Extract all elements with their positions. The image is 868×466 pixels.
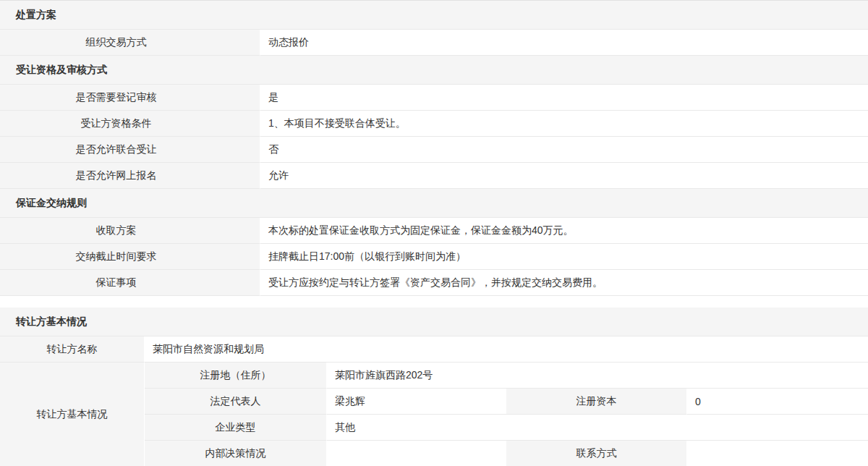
field-value-legal-representative: 梁兆辉 bbox=[327, 389, 506, 415]
field-value-joint-transfer: 否 bbox=[260, 137, 868, 163]
field-label-registration-review: 是否需要登记审核 bbox=[0, 85, 260, 111]
field-label-joint-transfer: 是否允许联合受让 bbox=[0, 137, 260, 163]
field-value-registration-review: 是 bbox=[260, 85, 868, 111]
section-header-deposit-rules: 保证金交纳规则 bbox=[0, 189, 868, 218]
field-value-enterprise-type: 其他 bbox=[327, 415, 868, 441]
section-title: 处置方案 bbox=[16, 9, 56, 22]
table-row: 组织交易方式 动态报价 bbox=[0, 30, 868, 56]
table-row: 是否需要登记审核 是 bbox=[0, 85, 868, 111]
disposal-info-table: 处置方案 组织交易方式 动态报价 受让资格及审核方式 是否需要登记审核 是 受让… bbox=[0, 0, 868, 296]
table-row: 受让方资格条件 1、本项目不接受联合体受让。 bbox=[0, 111, 868, 137]
field-value-collection-plan: 本次标的处置保证金收取方式为固定保证金，保证金金额为40万元。 bbox=[260, 218, 868, 244]
field-value-registered-capital: 0 bbox=[687, 389, 868, 415]
section-title: 保证金交纳规则 bbox=[16, 197, 87, 210]
field-label-transferor-basic-group: 转让方基本情况 bbox=[0, 363, 145, 466]
field-label-internal-decision: 内部决策情况 bbox=[145, 441, 327, 466]
table-gap bbox=[0, 296, 868, 308]
field-label-contact: 联系方式 bbox=[506, 441, 687, 466]
field-label-payment-deadline: 交纳截止时间要求 bbox=[0, 244, 260, 270]
asset-listing-detail-page: 处置方案 组织交易方式 动态报价 受让资格及审核方式 是否需要登记审核 是 受让… bbox=[0, 0, 868, 466]
field-value-trade-method: 动态报价 bbox=[260, 30, 868, 56]
field-label-registered-capital: 注册资本 bbox=[506, 389, 687, 415]
table-row: 是否允许联合受让 否 bbox=[0, 137, 868, 163]
field-value-payment-deadline: 挂牌截止日17:00前（以银行到账时间为准） bbox=[260, 244, 868, 270]
field-label-transferor-name: 转让方名称 bbox=[0, 336, 145, 363]
field-value-online-signup: 允许 bbox=[260, 163, 868, 189]
section-header-transfer-qualification: 受让资格及审核方式 bbox=[0, 56, 868, 85]
table-row: 是否允许网上报名 允许 bbox=[0, 163, 868, 189]
field-value-guarantee-matters: 受让方应按约定与转让方签署《资产交易合同》，并按规定交纳交易费用。 bbox=[260, 270, 868, 296]
field-value-transferor-name: 莱阳市自然资源和规划局 bbox=[145, 336, 868, 363]
table-row: 保证事项 受让方应按约定与转让方签署《资产交易合同》，并按规定交纳交易费用。 bbox=[0, 270, 868, 296]
table-row: 收取方案 本次标的处置保证金收取方式为固定保证金，保证金金额为40万元。 bbox=[0, 218, 868, 244]
field-label-registered-address: 注册地（住所） bbox=[145, 363, 327, 389]
field-label-online-signup: 是否允许网上报名 bbox=[0, 163, 260, 189]
table-row: 转让方名称 莱阳市自然资源和规划局 bbox=[0, 336, 868, 363]
field-value-contact bbox=[687, 441, 868, 466]
section-title: 转让方基本情况 bbox=[16, 315, 87, 329]
transferor-detail-grid: 转让方基本情况 注册地（住所） 莱阳市旌旗西路202号 法定代表人 梁兆辉 注册… bbox=[0, 363, 868, 466]
field-label-enterprise-type: 企业类型 bbox=[145, 415, 327, 441]
field-value-internal-decision bbox=[327, 441, 506, 466]
field-value-registered-address: 莱阳市旌旗西路202号 bbox=[327, 363, 868, 389]
field-label-guarantee-matters: 保证事项 bbox=[0, 270, 260, 296]
table-row: 交纳截止时间要求 挂牌截止日17:00前（以银行到账时间为准） bbox=[0, 244, 868, 270]
field-value-transferee-qualification: 1、本项目不接受联合体受让。 bbox=[260, 111, 868, 137]
section-header-disposal-plan: 处置方案 bbox=[0, 1, 868, 30]
field-label-legal-representative: 法定代表人 bbox=[145, 389, 327, 415]
field-label-transferee-qualification: 受让方资格条件 bbox=[0, 111, 260, 137]
section-title: 受让资格及审核方式 bbox=[16, 64, 107, 77]
field-label-collection-plan: 收取方案 bbox=[0, 218, 260, 244]
transferor-info-table: 转让方基本情况 转让方名称 莱阳市自然资源和规划局 转让方基本情况 注册地（住所… bbox=[0, 308, 868, 466]
field-label-trade-method: 组织交易方式 bbox=[0, 30, 260, 56]
section-header-transferor-info: 转让方基本情况 bbox=[0, 308, 868, 336]
